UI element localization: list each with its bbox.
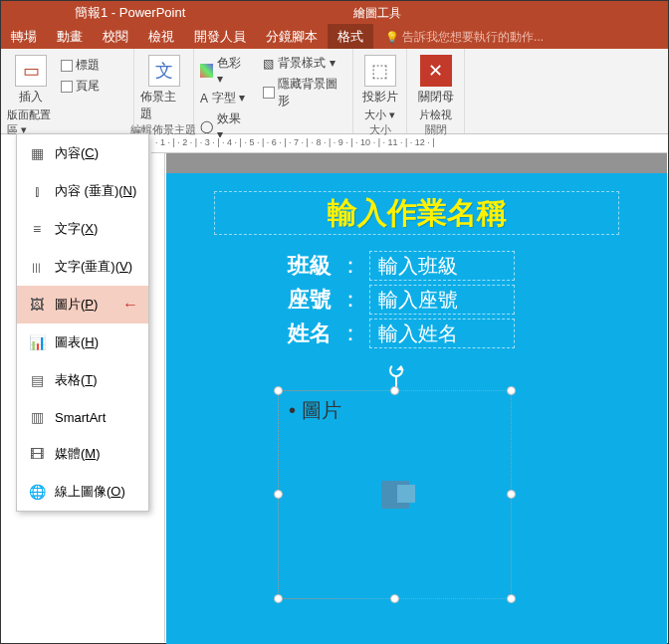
title-placeholder[interactable]: 輸入作業名稱 — [214, 191, 619, 235]
menu-item-text-vertical[interactable]: ⫼文字(垂直)(V) — [17, 248, 148, 286]
content-v-icon: ⫿ — [27, 183, 47, 199]
row-label: 座號 — [250, 285, 332, 315]
picture-center-icon[interactable] — [381, 481, 409, 509]
size-icon: ⬚ — [364, 55, 396, 87]
resize-handle-tr[interactable] — [507, 386, 516, 395]
row-number: 座號： 輸入座號 — [250, 285, 515, 315]
picture-placeholder-label: • 圖片 — [289, 397, 341, 424]
hide-bg-checkbox[interactable]: 隱藏背景圖形 — [263, 76, 346, 109]
menu-item-media[interactable]: 🎞媒體(M) — [17, 435, 148, 473]
tab-storyboard[interactable]: 分鏡腳本 — [256, 24, 328, 49]
resize-handle-r[interactable] — [507, 490, 516, 499]
insert-placeholder-menu: ▦內容(C) ⫿內容 (垂直)(N) ≡文字(X) ⫼文字(垂直)(V) 🖼圖片… — [16, 133, 149, 512]
insert-label-1: 插入 — [19, 89, 43, 106]
picture-icon: 🖼 — [27, 297, 47, 313]
window-title: 簡報1 - PowerPoint — [75, 4, 185, 22]
row-label: 班級 — [250, 251, 332, 281]
theme-icon: 文 — [148, 55, 180, 87]
resize-handle-bl[interactable] — [274, 594, 283, 603]
fonts-button[interactable]: A字型 ▾ — [200, 90, 249, 107]
tab-review[interactable]: 校閱 — [93, 24, 138, 49]
effects-icon: ◯ — [200, 119, 213, 133]
rotate-handle-icon[interactable] — [389, 363, 403, 377]
close-master-button[interactable]: ✕ 關閉母 片檢視 — [413, 51, 458, 122]
horizontal-ruler: · 1 · | · 2 · | · 3 · | · 4 · | · 5 · | … — [151, 137, 667, 153]
menu-item-online-image[interactable]: 🌐線上圖像(O) — [17, 473, 148, 511]
insert-placeholder-button[interactable]: ▭ 插入 版面配置區 ▾ — [7, 51, 55, 137]
number-placeholder[interactable]: 輸入座號 — [369, 285, 515, 315]
title-bar: 簡報1 - PowerPoint 繪圖工具 — [1, 1, 668, 25]
media-icon: 🎞 — [27, 446, 47, 462]
checkbox-icon — [61, 81, 73, 93]
themes-button[interactable]: 文 佈景主題 — [140, 51, 187, 122]
table-icon: ▤ — [27, 372, 47, 388]
footer-checkbox[interactable]: 頁尾 — [61, 78, 100, 95]
contextual-tab-label: 繪圖工具 — [353, 5, 401, 22]
name-placeholder[interactable]: 輸入姓名 — [369, 319, 515, 348]
tab-format[interactable]: 格式 — [328, 24, 373, 49]
row-label: 姓名 — [250, 319, 332, 348]
menu-item-content[interactable]: ▦內容(C) — [17, 134, 148, 172]
resize-handle-t[interactable] — [390, 386, 399, 395]
colors-icon — [200, 64, 213, 78]
title-checkbox[interactable]: 標題 — [61, 57, 100, 74]
slide-size-button[interactable]: ⬚ 投影片 大小 ▾ — [359, 51, 400, 122]
menu-item-chart[interactable]: 📊圖表(H) — [17, 323, 148, 361]
tab-developer[interactable]: 開發人員 — [184, 24, 256, 49]
menu-item-smartart[interactable]: ▥SmartArt — [17, 399, 148, 435]
online-image-icon: 🌐 — [27, 484, 47, 500]
colors-button[interactable]: 色彩 ▾ — [200, 55, 249, 86]
close-icon: ✕ — [420, 55, 452, 87]
bgstyle-icon: ▧ — [263, 57, 274, 71]
resize-handle-tl[interactable] — [274, 386, 283, 395]
text-v-icon: ⫼ — [27, 259, 47, 275]
row-name: 姓名： 輸入姓名 — [250, 319, 515, 348]
tab-view[interactable]: 檢視 — [138, 24, 184, 49]
resize-handle-b[interactable] — [390, 594, 399, 603]
vertical-ruler — [151, 153, 165, 642]
slide-stage: 輸入作業名稱 班級： 輸入班級 座號： 輸入座號 姓名： 輸入姓名 • 圖片 — [166, 153, 667, 642]
title-placeholder-text: 輸入作業名稱 — [328, 193, 507, 234]
slide-canvas[interactable]: 輸入作業名稱 班級： 輸入班級 座號： 輸入座號 姓名： 輸入姓名 • 圖片 — [166, 173, 667, 644]
menu-item-text[interactable]: ≡文字(X) — [17, 210, 148, 248]
bg-styles-button[interactable]: ▧背景樣式 ▾ — [263, 55, 346, 72]
ribbon-tabs: 轉場 動畫 校閱 檢視 開發人員 分鏡腳本 格式 告訴我您想要執行的動作... — [1, 25, 668, 49]
menu-item-table[interactable]: ▤表格(T) — [17, 361, 148, 399]
checkbox-icon — [61, 60, 73, 72]
picture-placeholder[interactable]: • 圖片 — [278, 390, 512, 599]
placeholder-icon: ▭ — [15, 55, 47, 87]
resize-handle-br[interactable] — [507, 594, 516, 603]
menu-item-picture[interactable]: 🖼圖片(P)← — [17, 286, 148, 323]
smartart-icon: ▥ — [27, 409, 47, 425]
tab-animations[interactable]: 動畫 — [47, 24, 93, 49]
tab-transitions[interactable]: 轉場 — [1, 24, 47, 49]
row-class: 班級： 輸入班級 — [250, 251, 515, 281]
text-icon: ≡ — [27, 221, 47, 237]
fonts-icon: A — [200, 92, 208, 106]
checkbox-icon — [263, 87, 275, 99]
class-placeholder[interactable]: 輸入班級 — [369, 251, 515, 281]
chart-icon: 📊 — [27, 334, 47, 350]
menu-item-content-vertical[interactable]: ⫿內容 (垂直)(N) — [17, 172, 148, 210]
ribbon: ▭ 插入 版面配置區 ▾ 標題 頁尾 文 佈景主題 編輯佈景主題 色彩 ▾ A字… — [1, 49, 668, 134]
tell-me-box[interactable]: 告訴我您想要執行的動作... — [373, 29, 668, 46]
arrow-left-icon: ← — [122, 296, 138, 314]
resize-handle-l[interactable] — [274, 490, 283, 499]
content-icon: ▦ — [27, 145, 47, 161]
